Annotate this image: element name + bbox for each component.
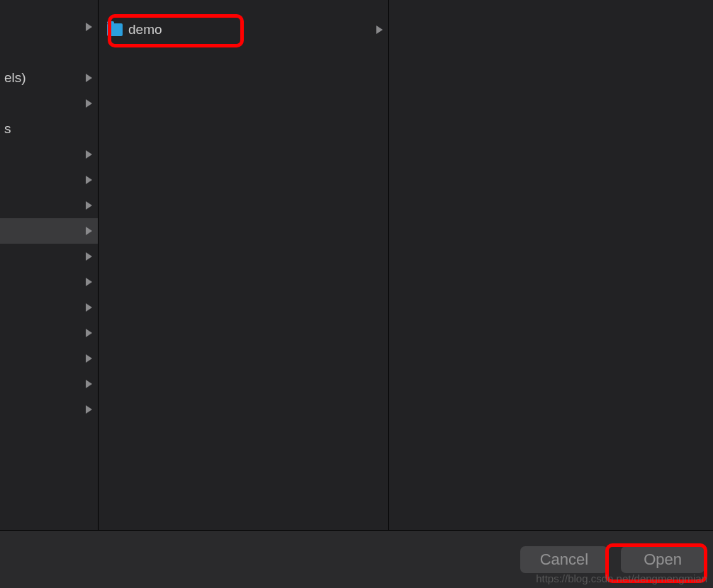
chevron-right-icon: [86, 99, 92, 108]
list-item[interactable]: [0, 14, 98, 40]
list-item[interactable]: [0, 167, 98, 193]
list-item[interactable]: els): [0, 65, 98, 91]
list-item[interactable]: [0, 193, 98, 218]
chevron-right-icon: [86, 380, 92, 388]
watermark-text: https://blog.csdn.net/dengmengmian: [536, 572, 707, 584]
list-item-selected[interactable]: [0, 218, 98, 244]
cancel-button[interactable]: Cancel: [520, 546, 608, 573]
list-item[interactable]: [0, 346, 98, 371]
list-item[interactable]: [0, 142, 98, 167]
chevron-right-icon: [86, 201, 92, 210]
item-label: demo: [128, 22, 376, 38]
chevron-right-icon: [86, 74, 92, 82]
list-item[interactable]: [0, 397, 98, 422]
chevron-right-icon: [376, 26, 383, 34]
chevron-right-icon: [86, 176, 92, 184]
chevron-right-icon: [86, 405, 92, 414]
column-1-items: els) s: [0, 0, 98, 422]
list-item[interactable]: [0, 295, 98, 320]
list-item[interactable]: [0, 244, 98, 269]
chevron-right-icon: [86, 227, 92, 235]
list-item[interactable]: [0, 91, 98, 116]
open-button[interactable]: Open: [621, 546, 704, 573]
column-3: [389, 0, 713, 530]
chevron-right-icon: [86, 329, 92, 337]
chevron-right-icon: [86, 278, 92, 286]
list-item[interactable]: [0, 371, 98, 397]
folder-icon: [107, 23, 123, 36]
chevron-right-icon: [86, 252, 92, 261]
column-2-items: demo: [99, 0, 388, 43]
list-item[interactable]: s: [0, 116, 98, 142]
chevron-right-icon: [86, 23, 92, 31]
list-item-demo[interactable]: demo: [99, 17, 388, 43]
list-item[interactable]: [0, 40, 98, 65]
chevron-right-icon: [86, 150, 92, 159]
list-item[interactable]: [0, 320, 98, 346]
column-1: els) s: [0, 0, 99, 530]
file-browser-columns: els) s: [0, 0, 713, 530]
chevron-right-icon: [86, 354, 92, 363]
column-2: demo: [99, 0, 389, 530]
item-label: s: [4, 121, 98, 137]
list-item[interactable]: [0, 269, 98, 295]
item-label: els): [4, 70, 86, 86]
chevron-right-icon: [86, 303, 92, 312]
